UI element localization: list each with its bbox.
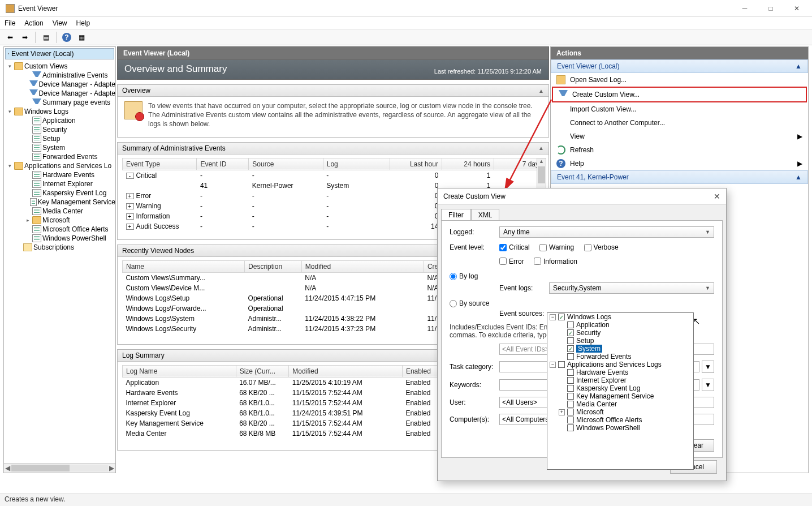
checkbox-icon[interactable] bbox=[567, 329, 574, 336]
maximize-button[interactable]: □ bbox=[758, 0, 784, 17]
action-help[interactable]: ?Help▶ bbox=[551, 157, 808, 170]
tree-item[interactable]: Key Management Service bbox=[6, 198, 115, 207]
tree-item[interactable]: ▸Microsoft bbox=[6, 216, 115, 225]
event-logs-select[interactable]: Security,System▼ bbox=[549, 282, 714, 294]
radio-by-log[interactable]: By log bbox=[450, 272, 478, 280]
tree-app-services[interactable]: ▾Applications and Services Lo bbox=[6, 161, 115, 170]
action-view[interactable]: View▶ bbox=[551, 130, 808, 143]
checkbox-icon[interactable] bbox=[567, 337, 574, 344]
tree-item[interactable]: Application bbox=[6, 116, 115, 125]
column-header[interactable]: Modified bbox=[301, 260, 424, 272]
column-header[interactable]: Last hour bbox=[390, 158, 442, 170]
logtree-item[interactable]: Kaspersky Event Log bbox=[547, 384, 693, 392]
tree-item[interactable]: System bbox=[6, 143, 115, 152]
collapse-icon[interactable]: ▲ bbox=[795, 173, 802, 181]
menu-view[interactable]: View bbox=[53, 19, 67, 27]
tree-root[interactable]: Event Viewer (Local) bbox=[5, 48, 114, 59]
tree-item[interactable]: Device Manager - Adapte bbox=[6, 80, 115, 89]
tree-item[interactable]: Security bbox=[6, 125, 115, 134]
tree-item[interactable]: Device Manager - Adapte bbox=[6, 89, 115, 98]
logtree-item[interactable]: Security bbox=[547, 329, 693, 337]
checkbox-icon[interactable] bbox=[567, 385, 574, 392]
logtree-item[interactable]: Hardware Events bbox=[547, 368, 693, 376]
tree-subscriptions[interactable]: Subscriptions bbox=[6, 243, 115, 252]
checkbox-icon[interactable] bbox=[567, 424, 574, 431]
logtree-item[interactable]: Key Management Service bbox=[547, 392, 693, 400]
column-header[interactable]: 24 hours bbox=[442, 158, 494, 170]
tab-filter[interactable]: Filter bbox=[441, 209, 471, 221]
checkbox-icon[interactable] bbox=[567, 353, 574, 360]
tree-item[interactable]: Summary page events bbox=[6, 98, 115, 107]
tree-item[interactable]: Setup bbox=[6, 134, 115, 143]
chk-critical[interactable]: Critical bbox=[499, 243, 530, 251]
menu-file[interactable]: File bbox=[5, 19, 15, 27]
action-import-custom-view[interactable]: Import Custom View... bbox=[551, 102, 808, 116]
chk-error[interactable]: Error bbox=[499, 258, 524, 265]
dialog-close-button[interactable]: ✕ bbox=[714, 192, 720, 201]
tree-horizontal-scrollbar[interactable]: ◀▶ bbox=[4, 463, 115, 473]
task-category-dropdown[interactable]: ▼ bbox=[702, 361, 714, 373]
column-header[interactable]: Source bbox=[249, 158, 323, 170]
logtree-app-services[interactable]: −Applications and Services Logs bbox=[547, 361, 693, 368]
radio-by-source[interactable]: By source bbox=[450, 299, 489, 307]
chk-information[interactable]: Information bbox=[534, 258, 577, 265]
column-header[interactable]: Size (Curr... bbox=[236, 365, 289, 377]
forward-button[interactable]: ➡ bbox=[18, 31, 32, 44]
collapse-icon[interactable]: ▲ bbox=[795, 62, 802, 70]
collapse-icon[interactable]: ▲ bbox=[538, 88, 544, 94]
minimize-button[interactable]: ─ bbox=[732, 0, 758, 17]
logtree-item[interactable]: Microsoft Office Alerts bbox=[547, 416, 693, 424]
close-button[interactable]: ✕ bbox=[784, 0, 810, 17]
checkbox-icon[interactable] bbox=[567, 393, 574, 400]
properties-button[interactable]: ▦ bbox=[75, 31, 88, 44]
checkbox-icon[interactable] bbox=[567, 345, 574, 352]
column-header[interactable]: Name bbox=[123, 260, 245, 272]
checkbox-icon[interactable] bbox=[567, 409, 574, 415]
tree-windows-logs[interactable]: ▾Windows Logs bbox=[6, 107, 115, 116]
chk-verbose[interactable]: Verbose bbox=[584, 243, 619, 251]
menu-help[interactable]: Help bbox=[76, 19, 90, 27]
tree-item[interactable]: Administrative Events bbox=[6, 71, 115, 80]
logtree-item[interactable]: System bbox=[547, 345, 693, 353]
menu-action[interactable]: Action bbox=[24, 19, 43, 27]
back-button[interactable]: ⬅ bbox=[3, 31, 17, 44]
chk-warning[interactable]: Warning bbox=[539, 243, 574, 251]
checkbox-icon[interactable] bbox=[567, 417, 574, 423]
column-header[interactable]: Log Name bbox=[123, 365, 236, 377]
logged-select[interactable]: Any time▼ bbox=[499, 226, 714, 238]
checkbox-icon[interactable] bbox=[567, 321, 574, 328]
column-header[interactable]: Modified bbox=[289, 365, 403, 377]
table-row[interactable]: -Critical---011 bbox=[123, 170, 546, 181]
checkbox-icon[interactable] bbox=[558, 361, 565, 368]
tree-item[interactable]: Hardware Events bbox=[6, 170, 115, 179]
action-open-saved-log[interactable]: Open Saved Log... bbox=[551, 73, 808, 87]
logtree-item[interactable]: +Microsoft bbox=[547, 408, 693, 416]
action-create-custom-view[interactable]: Create Custom View... bbox=[553, 88, 806, 101]
tree-custom-views[interactable]: ▾Custom Views bbox=[6, 62, 115, 71]
logtree-item[interactable]: Forwarded Events bbox=[547, 353, 693, 361]
help-button[interactable]: ? bbox=[60, 31, 74, 44]
action-refresh[interactable]: Refresh bbox=[551, 143, 808, 157]
tree-item[interactable]: Forwarded Events bbox=[6, 152, 115, 161]
logtree-item[interactable]: Application bbox=[547, 321, 693, 329]
column-header[interactable]: Log bbox=[323, 158, 390, 170]
column-header[interactable]: Event Type bbox=[123, 158, 197, 170]
keywords-dropdown[interactable]: ▼ bbox=[702, 379, 714, 391]
checkbox-icon[interactable] bbox=[567, 369, 574, 376]
tree-item[interactable]: Media Center bbox=[6, 207, 115, 216]
tree-item[interactable]: Internet Explorer bbox=[6, 179, 115, 188]
tree-item[interactable]: Kaspersky Event Log bbox=[6, 188, 115, 198]
column-header[interactable]: Description bbox=[245, 260, 302, 272]
tree-item[interactable]: Windows PowerShell bbox=[6, 234, 115, 243]
tab-xml[interactable]: XML bbox=[471, 209, 500, 221]
checkbox-icon[interactable] bbox=[567, 377, 574, 384]
checkbox-icon[interactable] bbox=[558, 314, 565, 320]
column-header[interactable]: Event ID bbox=[197, 158, 249, 170]
collapse-icon[interactable]: ▲ bbox=[538, 145, 544, 151]
show-hide-tree-button[interactable]: ▤ bbox=[39, 31, 53, 44]
logtree-item[interactable]: Internet Explorer bbox=[547, 376, 693, 384]
logtree-item[interactable]: Windows PowerShell bbox=[547, 424, 693, 432]
checkbox-icon[interactable] bbox=[567, 401, 574, 408]
action-connect-computer[interactable]: Connect to Another Computer... bbox=[551, 116, 808, 130]
logtree-windows-logs[interactable]: −Windows Logs bbox=[547, 313, 693, 321]
